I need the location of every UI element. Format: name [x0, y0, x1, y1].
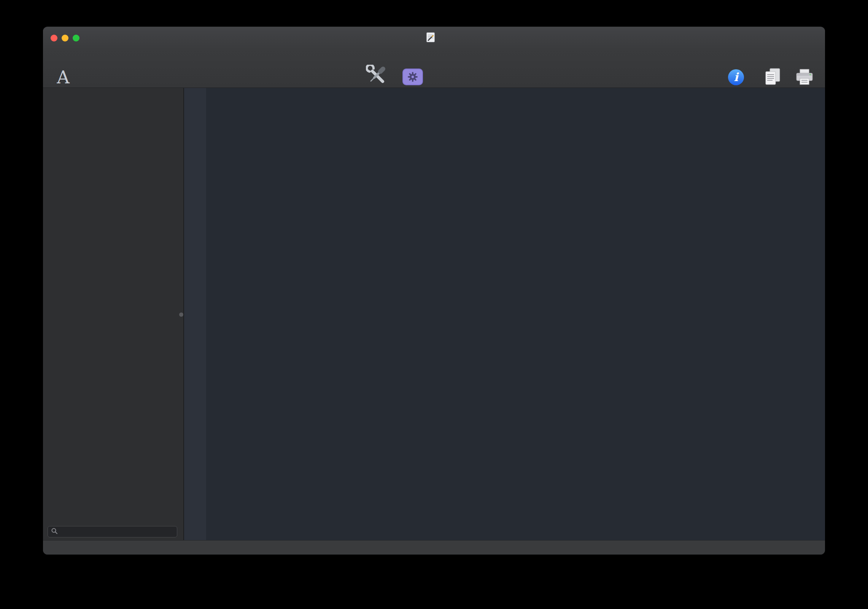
- documents-icon: [763, 64, 782, 86]
- desktop-background: A: [0, 0, 868, 609]
- summary-button[interactable]: i: [720, 49, 752, 90]
- crossed-tools-icon: [366, 64, 388, 86]
- info-circle-icon: i: [727, 64, 745, 86]
- minimize-button[interactable]: [62, 35, 68, 41]
- code-area[interactable]: [184, 88, 825, 91]
- maciasl-window: A: [43, 27, 825, 555]
- print-button[interactable]: [793, 49, 816, 90]
- patch-button[interactable]: [397, 49, 429, 90]
- line-number-gutter: [184, 88, 206, 540]
- traffic-lights: [51, 35, 79, 41]
- close-button[interactable]: [51, 35, 57, 41]
- sidebar-tree: [43, 88, 183, 90]
- purple-gear-box-icon: [402, 64, 423, 86]
- fonts-button[interactable]: A: [50, 49, 76, 90]
- content-area: [43, 88, 825, 540]
- log-button[interactable]: [762, 49, 783, 90]
- sidebar: [43, 88, 184, 540]
- search-icon: [51, 528, 58, 536]
- editor[interactable]: [184, 88, 825, 540]
- document-icon: [426, 32, 435, 44]
- serif-a-icon: A: [57, 64, 69, 86]
- filter-input[interactable]: [60, 528, 174, 536]
- window-title: [426, 27, 442, 49]
- toolbar: A: [43, 49, 825, 88]
- titlebar[interactable]: [43, 27, 825, 49]
- printer-icon: [795, 64, 814, 86]
- splitter-handle[interactable]: [179, 312, 183, 317]
- compile-button[interactable]: [361, 49, 393, 90]
- zoom-button[interactable]: [73, 35, 79, 41]
- filter-field: [48, 526, 177, 537]
- status-bar: [43, 540, 825, 555]
